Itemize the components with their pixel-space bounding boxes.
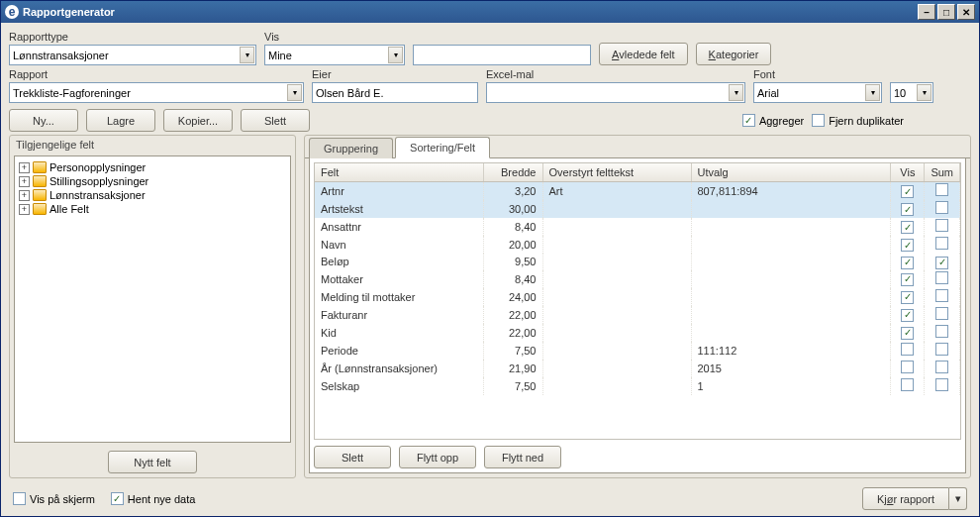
col-sum[interactable]: Sum — [925, 163, 960, 182]
vis-checkbox[interactable]: ✓ — [901, 309, 914, 322]
expand-icon[interactable]: + — [19, 162, 30, 173]
tree-item[interactable]: + Stillingsopplysninger — [19, 174, 286, 188]
kjor-rapport-button[interactable]: Kjør rapport — [862, 487, 949, 510]
flytt-opp-button[interactable]: Flytt opp — [399, 446, 476, 468]
kopier-button[interactable]: Kopier... — [163, 109, 233, 132]
font-select[interactable]: Arial ▾ — [753, 82, 882, 103]
tree-item[interactable]: + Personopplysninger — [19, 160, 286, 174]
table-row[interactable]: Selskap7,501 — [315, 377, 960, 395]
kategorier-button[interactable]: Kategorier — [696, 43, 772, 65]
sum-checkbox[interactable] — [935, 325, 948, 338]
folder-icon — [33, 189, 47, 201]
vis-checkbox[interactable]: ✓ — [901, 291, 914, 304]
font-label: Font — [753, 68, 882, 80]
slett-row-button[interactable]: Slett — [314, 446, 391, 468]
vis-checkbox[interactable] — [901, 361, 914, 373]
vis-checkbox[interactable] — [901, 378, 914, 391]
excelmal-select[interactable]: ▾ — [486, 82, 745, 103]
table-row[interactable]: Kid22,00✓ — [315, 324, 960, 342]
minimize-button[interactable]: – — [918, 4, 935, 20]
folder-icon — [33, 175, 47, 187]
vis-checkbox[interactable]: ✓ — [901, 327, 914, 340]
sum-checkbox[interactable] — [935, 183, 948, 196]
hent-nye-data-checkbox[interactable]: ✓ Hent nye data — [111, 492, 196, 505]
tab-sortering-felt[interactable]: Sortering/Felt — [395, 137, 490, 158]
sum-checkbox[interactable]: ✓ — [935, 257, 948, 269]
table-row[interactable]: Navn20,00✓ — [315, 236, 960, 254]
close-button[interactable]: ✕ — [957, 4, 975, 20]
tab-gruppering[interactable]: Gruppering — [309, 138, 393, 158]
sum-checkbox[interactable] — [935, 237, 948, 250]
chevron-down-icon: ▾ — [388, 47, 403, 63]
sum-checkbox[interactable] — [935, 201, 948, 214]
sum-checkbox[interactable] — [935, 343, 948, 356]
expand-icon[interactable]: + — [19, 190, 30, 201]
chevron-down-icon: ▾ — [240, 47, 254, 63]
rapporttype-select[interactable]: Lønnstransaksjoner ▾ — [9, 45, 256, 65]
col-bredde[interactable]: Bredde — [483, 163, 542, 182]
window: e Rapportgenerator – □ ✕ Rapporttype Løn… — [0, 0, 980, 517]
chevron-down-icon: ▾ — [917, 84, 931, 101]
tree-panel: + Personopplysninger + Stillingsopplysni… — [14, 155, 291, 443]
chevron-down-icon: ▾ — [865, 84, 880, 101]
tree-item[interactable]: + Lønnstransaksjoner — [19, 188, 286, 202]
table-row[interactable]: Mottaker8,40✓ — [315, 270, 960, 288]
col-utvalg[interactable]: Utvalg — [691, 163, 891, 182]
kjor-rapport-dropdown[interactable]: ▾ — [949, 487, 967, 510]
sum-checkbox[interactable] — [935, 289, 948, 302]
vis-checkbox[interactable]: ✓ — [901, 257, 914, 269]
eier-input[interactable]: Olsen Bård E. — [312, 82, 478, 103]
tree-item[interactable]: + Alle Felt — [19, 202, 286, 216]
app-icon: e — [5, 5, 19, 19]
col-vis[interactable]: Vis — [891, 163, 925, 182]
expand-icon[interactable]: + — [19, 176, 30, 187]
chevron-down-icon: ▾ — [729, 84, 743, 101]
vis-checkbox[interactable]: ✓ — [901, 221, 914, 234]
table-row[interactable]: Beløp9,50✓✓ — [315, 254, 960, 270]
table-row[interactable]: Artstekst30,00✓ — [315, 200, 960, 218]
table-row[interactable]: Ansattnr8,40✓ — [315, 218, 960, 236]
sum-checkbox[interactable] — [935, 378, 948, 391]
vis-checkbox[interactable]: ✓ — [901, 239, 914, 252]
titlebar: e Rapportgenerator – □ ✕ — [1, 1, 979, 23]
flytt-ned-button[interactable]: Flytt ned — [484, 446, 561, 468]
slett-button[interactable]: Slett — [241, 109, 310, 132]
rapport-label: Rapport — [9, 68, 304, 80]
window-title: Rapportgenerator — [23, 6, 918, 18]
vis-checkbox[interactable]: ✓ — [901, 203, 914, 216]
rapporttype-label: Rapporttype — [9, 31, 256, 43]
table-row[interactable]: Periode7,50111:112 — [315, 342, 960, 360]
vis-checkbox[interactable]: ✓ — [901, 273, 914, 286]
vis-checkbox[interactable] — [901, 343, 914, 356]
sum-checkbox[interactable] — [935, 361, 948, 373]
eier-label: Eier — [312, 68, 478, 80]
folder-icon — [33, 203, 47, 215]
sum-checkbox[interactable] — [935, 271, 948, 284]
lagre-button[interactable]: Lagre — [86, 109, 155, 132]
nytt-felt-button[interactable]: Nytt felt — [108, 451, 197, 473]
col-felt[interactable]: Felt — [315, 163, 483, 182]
folder-icon — [33, 161, 47, 173]
aggreger-checkbox[interactable]: ✓ Aggreger — [742, 114, 804, 127]
vis-pa-skjerm-checkbox[interactable]: Vis på skjerm — [13, 492, 95, 505]
chevron-down-icon: ▾ — [287, 84, 302, 101]
avledede-felt-button[interactable]: Avledede felt — [599, 43, 688, 65]
vis-label: Vis — [264, 31, 405, 43]
table-row[interactable]: Melding til mottaker24,00✓ — [315, 288, 960, 306]
table-row[interactable]: Fakturanr22,00✓ — [315, 306, 960, 324]
ny-button[interactable]: Ny... — [9, 109, 78, 132]
rapport-select[interactable]: Trekkliste-Fagforeninger ▾ — [9, 82, 304, 103]
filter-input[interactable] — [413, 45, 591, 65]
sum-checkbox[interactable] — [935, 219, 948, 232]
fontsize-select[interactable]: 10 ▾ — [890, 82, 933, 103]
col-overstyrt[interactable]: Overstyrt felttekst — [542, 163, 691, 182]
vis-select[interactable]: Mine ▾ — [264, 45, 405, 65]
expand-icon[interactable]: + — [19, 204, 30, 215]
vis-checkbox[interactable]: ✓ — [901, 185, 914, 198]
felt-grid[interactable]: Felt Bredde Overstyrt felttekst Utvalg V… — [314, 162, 961, 440]
sum-checkbox[interactable] — [935, 307, 948, 320]
fjern-duplikater-checkbox[interactable]: Fjern duplikater — [812, 114, 904, 127]
table-row[interactable]: År (Lønnstransaksjoner)21,902015 — [315, 360, 960, 377]
maximize-button[interactable]: □ — [937, 4, 955, 20]
table-row[interactable]: Artnr3,20Art807,811:894✓ — [315, 182, 960, 201]
